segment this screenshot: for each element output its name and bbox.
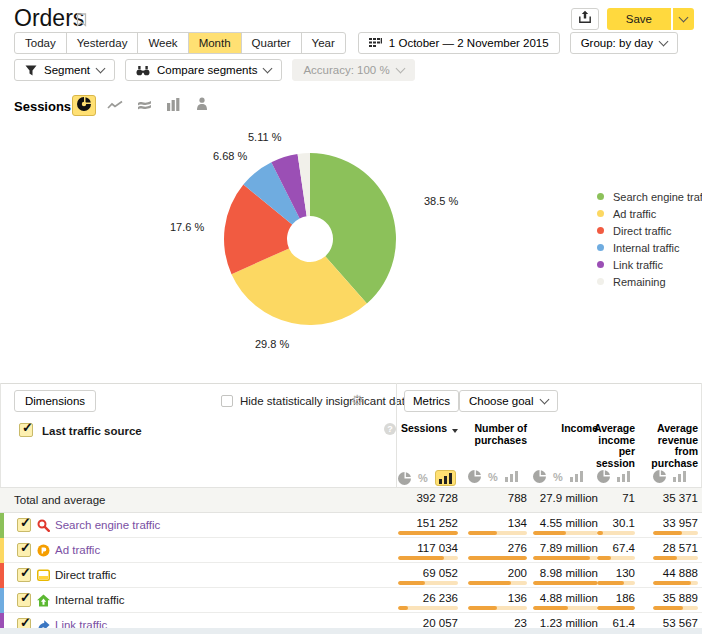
range-tab-yesterday[interactable]: Yesterday [66, 33, 138, 53]
date-toolbar: TodayYesterdayWeekMonthQuarterYear 1 Oct… [14, 32, 678, 54]
range-tab-today[interactable]: Today [15, 33, 66, 53]
legend-color-dot [597, 261, 604, 268]
home-icon [37, 594, 50, 607]
pie-percent-label: 5.11 % [248, 131, 281, 143]
range-tab-month[interactable]: Month [188, 33, 241, 53]
column-header-1[interactable]: ?Sessions [368, 423, 458, 435]
range-tabs: TodayYesterdayWeekMonthQuarterYear [14, 32, 346, 54]
row-checkbox[interactable] [17, 543, 31, 557]
cell-value: 151 252 [378, 517, 458, 529]
total-row: Total and average392 72878827.9 million7… [0, 488, 702, 513]
help-icon[interactable]: ? [384, 423, 396, 435]
legend-label: Ad traffic [613, 208, 656, 220]
bookmark-icon[interactable] [76, 13, 87, 31]
pie-view-icon[interactable] [468, 470, 481, 483]
legend-label: Link traffic [613, 259, 663, 271]
row-source-link[interactable]: Search engine traffic [55, 519, 160, 531]
hide-insignificant-checkbox[interactable] [221, 395, 233, 407]
legend-label: Direct traffic [613, 225, 671, 237]
legend-color-dot [597, 193, 604, 200]
bars-view-icon-selected[interactable] [435, 470, 456, 486]
percent-view-icon[interactable]: % [488, 471, 498, 483]
row-checkbox[interactable] [17, 568, 31, 582]
chevron-down-icon [679, 13, 689, 23]
search-icon [37, 519, 50, 532]
cell-bar [653, 531, 698, 535]
chart-type-columns[interactable] [163, 97, 183, 115]
row-checkbox[interactable] [17, 518, 31, 532]
chart-type-visitors[interactable] [192, 97, 212, 115]
column-header-2[interactable]: Number of purchases [463, 423, 527, 446]
cell-bar [597, 606, 635, 610]
percent-view-icon[interactable]: % [418, 472, 428, 484]
cell-bar [533, 531, 598, 535]
chart-metric-label: Sessions [14, 99, 71, 114]
cell-bar-fill [533, 581, 598, 585]
chevron-down-icon [96, 64, 106, 74]
metrics-button[interactable]: Metrics [404, 390, 459, 412]
share-button[interactable] [571, 8, 599, 30]
cell-bar-fill [653, 606, 683, 610]
dimensions-button[interactable]: Dimensions [14, 390, 96, 412]
save-button[interactable]: Save [607, 8, 671, 30]
accuracy-button[interactable]: Accuracy: 100 % [292, 59, 414, 81]
metric-view-icons-3: % [533, 470, 583, 483]
legend-label: Search engine traffic [613, 191, 702, 203]
chart-type-pie-selected[interactable] [72, 95, 96, 116]
date-range-label: 1 October — 2 November 2015 [389, 37, 549, 49]
percent-view-icon[interactable]: % [553, 471, 563, 483]
legend-label: Remaining [613, 276, 666, 288]
column-header-4[interactable]: Average income per session [583, 423, 635, 469]
total-row-label: Total and average [14, 494, 105, 506]
chevron-down-icon [539, 395, 549, 405]
pie-view-icon[interactable] [597, 470, 610, 483]
legend-item-remaining[interactable]: Remaining [597, 273, 702, 290]
chart-type-stacked-area[interactable] [134, 97, 154, 115]
group-by-button[interactable]: Group: by day [570, 32, 678, 54]
row-source-link[interactable]: Ad traffic [55, 544, 100, 556]
segment-button[interactable]: Segment [14, 59, 115, 81]
range-tab-week[interactable]: Week [137, 33, 187, 53]
range-tab-quarter[interactable]: Quarter [241, 33, 301, 53]
pie-view-icon[interactable] [398, 472, 411, 485]
cell-bar-fill [398, 606, 408, 610]
choose-goal-button[interactable]: Choose goal [459, 390, 558, 412]
cell-value: 130 [577, 567, 635, 579]
compare-segments-button[interactable]: Compare segments [125, 59, 282, 81]
bars-view-icon[interactable] [505, 471, 518, 482]
pie-percent-label: 17.6 % [170, 221, 204, 233]
row-color-stripe [0, 563, 4, 588]
bars-view-icon[interactable] [570, 471, 583, 482]
legend-item-ad-traffic[interactable]: Ad traffic [597, 205, 702, 222]
row-source-link[interactable]: Direct traffic [55, 569, 116, 581]
cell-bar [398, 606, 458, 610]
page-title: Orders [14, 5, 84, 32]
gear-icon[interactable]: ⚙ [351, 393, 364, 407]
pie-view-icon[interactable] [533, 470, 546, 483]
legend-color-dot [597, 227, 604, 234]
bars-view-icon[interactable] [617, 471, 630, 482]
bars-view-icon[interactable] [673, 471, 686, 482]
column-header-5[interactable]: Average revenue from purchase [642, 423, 698, 469]
cell-bar-fill [533, 531, 566, 535]
legend-item-internal-traffic[interactable]: Internal traffic [597, 239, 702, 256]
window-icon [37, 569, 50, 582]
legend-item-search-engine-traffic[interactable]: Search engine traffic [597, 188, 702, 205]
chart-type-line[interactable] [105, 97, 125, 115]
cell-bar [597, 531, 635, 535]
sort-desc-icon [452, 429, 458, 433]
metric-view-icons-1: % [398, 470, 456, 486]
select-all-checkbox[interactable] [19, 423, 33, 437]
pie-percent-label: 6.68 % [213, 150, 247, 162]
dimension-column-header: Last traffic source [42, 425, 142, 437]
horizontal-scrollbar-track[interactable] [0, 628, 702, 634]
legend-item-direct-traffic[interactable]: Direct traffic [597, 222, 702, 239]
range-tab-year[interactable]: Year [301, 33, 345, 53]
legend-item-link-traffic[interactable]: Link traffic [597, 256, 702, 273]
date-range-button[interactable]: 1 October — 2 November 2015 [358, 32, 560, 54]
pie-view-icon[interactable] [653, 470, 666, 483]
row-checkbox[interactable] [17, 593, 31, 607]
cell-value: 392 728 [378, 492, 458, 504]
save-dropdown-button[interactable] [673, 8, 694, 30]
row-source-link[interactable]: Internal traffic [55, 594, 124, 606]
